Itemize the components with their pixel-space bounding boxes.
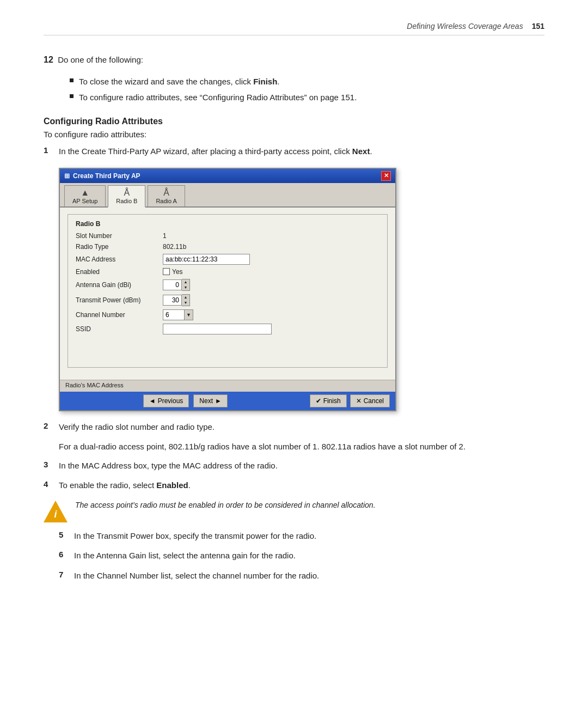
- note-text: The access point’s radio must be enabled…: [75, 500, 376, 511]
- tab-radio-a[interactable]: Å Radio A: [148, 185, 185, 206]
- tab-ap-setup[interactable]: ▲ AP Setup: [64, 185, 106, 206]
- tab-radio-a-icon: Å: [163, 188, 169, 198]
- step-1-block: 1 In the Create Third-Party AP wizard, a…: [44, 145, 544, 158]
- footer-action-buttons: ✔ Finish ✕ Cancel: [310, 394, 390, 407]
- field-transmit-power: Transmit Power (dBm) ▲ ▼: [76, 294, 379, 306]
- checkbox-enabled[interactable]: [163, 268, 170, 275]
- step-7-text: In the Channel Number list, select the c…: [74, 570, 319, 582]
- bullet-2-text: To configure radio attributes, see “Conf…: [79, 92, 357, 104]
- step-12-text: Do one of the following:: [56, 55, 143, 64]
- tab-radio-b-icon: Å: [124, 188, 130, 198]
- spinner-antenna-gain: ▲ ▼: [163, 279, 190, 291]
- statusbar-text: Radio's MAC Address: [65, 382, 124, 388]
- step-7-number: 7: [59, 570, 74, 579]
- page-container: Defining Wireless Coverage Areas 151 12 …: [0, 0, 588, 706]
- radio-b-group: Radio B Slot Number 1 Radio Type 802.11b…: [68, 214, 388, 368]
- label-channel-number: Channel Number: [76, 311, 163, 319]
- input-antenna-gain[interactable]: [163, 279, 182, 290]
- cancel-button[interactable]: ✕ Cancel: [350, 394, 390, 407]
- field-ssid: SSID: [76, 324, 379, 334]
- finish-button[interactable]: ✔ Finish: [310, 394, 347, 407]
- label-slot-number: Slot Number: [76, 232, 163, 240]
- steps-after-note: 5 In the Transmit Power box, specify the…: [59, 530, 544, 582]
- checkbox-yes-wrap: Yes: [163, 268, 183, 276]
- finish-icon: ✔: [316, 397, 321, 405]
- dropdown-arrow-channel[interactable]: ▼: [185, 309, 193, 320]
- spinner-down-antenna[interactable]: ▼: [182, 285, 189, 290]
- bullet-2: To configure radio attributes, see “Conf…: [70, 92, 544, 104]
- step-6-text: In the Antenna Gain list, select the ant…: [74, 550, 296, 562]
- step-12-bullets: To close the wizard and save the changes…: [70, 76, 544, 104]
- next-icon: ►: [215, 397, 222, 405]
- field-enabled: Enabled Yes: [76, 268, 379, 276]
- label-ssid: SSID: [76, 325, 163, 333]
- create-third-party-ap-dialog: ⊞ Create Third Party AP ✕ ▲ AP Setup Å R…: [59, 168, 396, 411]
- previous-label: Previous: [158, 397, 183, 405]
- section-heading: Configuring Radio Attributes: [44, 117, 544, 126]
- bullet-1-text: To close the wizard and save the changes…: [79, 76, 280, 88]
- spinner-arrows-power: ▲ ▼: [182, 294, 190, 306]
- header-page-number: 151: [532, 22, 544, 31]
- label-enabled: Enabled: [76, 268, 163, 276]
- step-2-sub: For a dual-radio access point, 802.11b/g…: [59, 441, 544, 453]
- spinner-up-antenna[interactable]: ▲: [182, 279, 189, 285]
- step-4-text: To enable the radio, select Enabled.: [59, 479, 191, 492]
- page-header: Defining Wireless Coverage Areas 151: [44, 22, 544, 35]
- input-mac-address[interactable]: [163, 254, 250, 265]
- dialog-close-button[interactable]: ✕: [381, 171, 391, 181]
- step-2-text: Verify the radio slot number and radio t…: [59, 421, 215, 434]
- dialog-title-label: Create Third Party AP: [73, 172, 140, 180]
- field-slot-number: Slot Number 1: [76, 232, 379, 240]
- note-icon-wrap: i: [44, 500, 68, 524]
- spinner-down-power[interactable]: ▼: [182, 300, 189, 306]
- next-label: Next: [199, 397, 213, 405]
- tab-ap-setup-label: AP Setup: [72, 198, 97, 204]
- step-4-block: 4 To enable the radio, select Enabled.: [44, 479, 544, 492]
- footer-nav-buttons: ◄ Previous Next ►: [65, 394, 305, 407]
- dialog-title: ⊞ Create Third Party AP: [64, 172, 140, 180]
- step-4-number: 4: [44, 479, 59, 489]
- step-7-block: 7 In the Channel Number list, select the…: [59, 570, 544, 582]
- label-mac-address: MAC Address: [76, 255, 163, 263]
- field-channel-number: Channel Number ▼: [76, 309, 379, 320]
- step-2-number: 2: [44, 421, 59, 430]
- step-5-text: In the Transmit Power box, specify the t…: [74, 530, 316, 543]
- value-slot-number: 1: [163, 232, 167, 240]
- spinner-arrows-antenna: ▲ ▼: [182, 279, 190, 291]
- next-button[interactable]: Next ►: [193, 394, 228, 407]
- dialog-tabs: ▲ AP Setup Å Radio B Å Radio A: [60, 183, 395, 208]
- step-1-text: In the Create Third-Party AP wizard, aft…: [59, 145, 372, 158]
- previous-icon: ◄: [149, 397, 156, 405]
- input-channel-number[interactable]: [163, 309, 185, 320]
- step-5-block: 5 In the Transmit Power box, specify the…: [59, 530, 544, 543]
- label-antenna-gain: Antenna Gain (dBi): [76, 281, 163, 289]
- input-ssid[interactable]: [163, 324, 272, 334]
- tab-radio-b[interactable]: Å Radio B: [108, 185, 145, 208]
- step-1-number: 1: [44, 145, 59, 155]
- input-transmit-power[interactable]: [163, 295, 182, 306]
- tab-radio-a-label: Radio A: [156, 198, 177, 204]
- dropdown-channel-number: ▼: [163, 309, 193, 320]
- checkbox-yes-label: Yes: [172, 268, 183, 276]
- dialog-titlebar: ⊞ Create Third Party AP ✕: [60, 169, 395, 183]
- dialog-body: Radio B Slot Number 1 Radio Type 802.11b…: [60, 208, 395, 380]
- spinner-up-power[interactable]: ▲: [182, 295, 189, 300]
- bullet-icon-1: [70, 78, 74, 82]
- step-2-block: 2 Verify the radio slot number and radio…: [44, 421, 544, 434]
- tab-radio-b-label: Radio B: [116, 198, 137, 204]
- cancel-label: Cancel: [364, 397, 384, 405]
- label-transmit-power: Transmit Power (dBm): [76, 296, 163, 304]
- step-5-number: 5: [59, 530, 74, 539]
- step-12-number: 12: [44, 55, 53, 64]
- note-icon-i: i: [54, 509, 57, 520]
- group-legend: Radio B: [76, 220, 379, 228]
- step-3-number: 3: [44, 460, 59, 469]
- section-intro: To configure radio attributes:: [44, 130, 544, 139]
- previous-button[interactable]: ◄ Previous: [143, 394, 189, 407]
- value-radio-type: 802.11b: [163, 243, 186, 251]
- spinner-transmit-power: ▲ ▼: [163, 294, 190, 306]
- label-radio-type: Radio Type: [76, 243, 163, 251]
- dialog-title-icon: ⊞: [64, 172, 70, 180]
- step-3-text: In the MAC Address box, type the MAC add…: [59, 460, 278, 472]
- field-mac-address: MAC Address: [76, 254, 379, 265]
